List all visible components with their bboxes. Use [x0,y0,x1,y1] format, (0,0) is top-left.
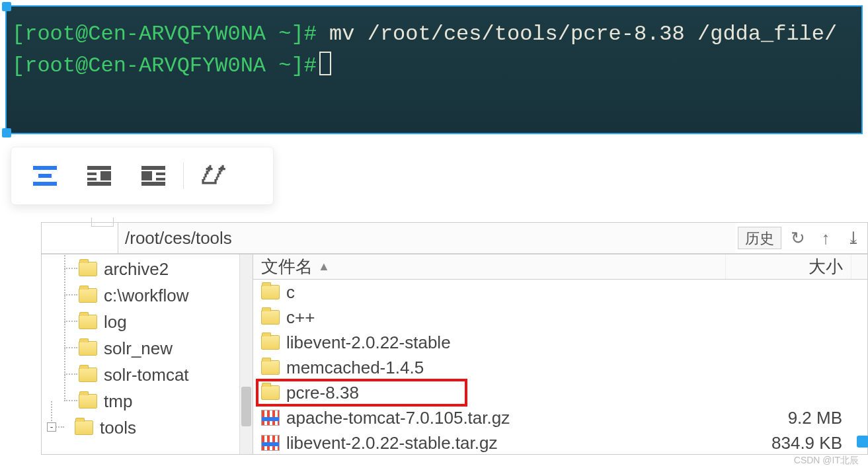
wrap-left-button[interactable] [126,147,180,204]
path-input[interactable] [118,223,735,253]
column-size[interactable]: 大小 [726,254,851,279]
selection-handle-icon[interactable] [857,436,868,448]
folder-icon [261,385,280,400]
command-text: mv /root/ces/tools/pcre-8.38 /gdda_file/ [317,22,837,46]
tree-scrollbar[interactable] [239,254,253,454]
tree-item[interactable]: solr_new [51,335,253,362]
tree-header-stub [42,223,118,253]
expand-icon[interactable]: - [47,422,56,432]
wrap-left-icon [141,166,165,186]
file-name: c++ [286,307,315,328]
tree-item-label: archive2 [104,259,169,280]
file-size: 9.2 MB [726,408,851,428]
download-icon: ⤓ [846,228,861,249]
align-center-button[interactable] [18,147,72,204]
folder-icon [261,335,280,350]
terminal-pane[interactable]: [root@Cen-ARVQFYW0NA ~]# mv /root/ces/to… [5,5,863,134]
tree-item[interactable]: log [51,309,253,335]
tree-item-label: solr-tomcat [104,365,189,385]
tree-item-label: tools [100,418,136,438]
file-name: c [286,282,295,303]
refresh-button[interactable]: ↻ [784,223,812,253]
watermark: CSDN @IT北辰 [794,455,859,467]
image-toolbar: ⌰ [11,147,274,205]
column-extra[interactable] [851,254,867,279]
tree-item-label: tmp [104,391,132,412]
terminal-line: [root@Cen-ARVQFYW0NA ~]# mv /root/ces/to… [12,19,856,50]
scrollbar-thumb[interactable] [241,387,251,426]
file-name: pcre-8.38 [286,383,359,403]
tree-item-label: solr_new [104,338,173,359]
crop-button[interactable]: ⌰ [186,147,241,204]
archive-icon [261,410,280,426]
column-name-label: 文件名 [261,255,313,278]
prompt-text: [root@Cen-ARVQFYW0NA ~]# [12,22,317,46]
column-size-label: 大小 [809,255,843,278]
tree-item-label: log [104,312,127,332]
history-button[interactable]: 历史 [738,227,781,249]
align-center-icon [33,166,57,186]
up-button[interactable]: ↑ [812,223,840,253]
file-row[interactable]: c++ [253,305,867,330]
file-name: apache-tomcat-7.0.105.tar.gz [286,408,510,428]
folder-icon [261,285,280,299]
file-row[interactable]: libevent-2.0.22-stable.tar.gz834.9 KB [253,430,867,454]
file-row[interactable]: apache-tomcat-7.0.105.tar.gz9.2 MB [253,405,867,430]
file-row[interactable]: libevent-2.0.22-stable [253,330,867,355]
folder-icon [79,368,97,382]
folder-tree[interactable]: archive2c:\workflowlogsolr_newsolr-tomca… [42,254,253,454]
archive-icon [261,435,280,451]
file-name: libevent-2.0.22-stable.tar.gz [286,433,497,453]
cursor-icon [319,52,331,75]
folder-icon [79,341,97,356]
selection-handle-icon[interactable] [2,128,11,137]
file-row[interactable]: memcached-1.4.5 [253,355,867,380]
terminal-line: [root@Cen-ARVQFYW0NA ~]# [12,50,856,82]
tree-item[interactable]: -tools [51,414,253,441]
file-name: memcached-1.4.5 [286,358,424,378]
file-row[interactable]: pcre-8.38 [253,380,867,405]
up-arrow-icon: ↑ [822,228,830,249]
folder-icon [79,262,97,276]
crop-icon: ⌰ [202,163,225,189]
file-list: 文件名▲ 大小 cc++libevent-2.0.22-stablememcac… [253,254,867,454]
tree-item[interactable]: tmp [51,388,253,414]
path-bar: 历史 ↻ ↑ ⤓ [42,223,867,254]
tree-item[interactable]: solr-tomcat [51,362,253,388]
refresh-icon: ↻ [791,228,805,249]
folder-icon [75,420,93,435]
selection-handle-icon[interactable] [2,2,11,11]
column-name[interactable]: 文件名▲ [253,254,726,279]
tree-item[interactable]: archive2 [51,256,253,282]
folder-icon [261,310,280,325]
sort-asc-icon: ▲ [318,260,330,274]
file-browser: 历史 ↻ ↑ ⤓ archive2c:\workflowlogsolr_news… [41,222,868,455]
download-button[interactable]: ⤓ [840,223,867,253]
folder-icon [79,288,97,303]
prompt-text: [root@Cen-ARVQFYW0NA ~]# [12,54,317,78]
list-header[interactable]: 文件名▲ 大小 [253,254,867,280]
folder-icon [79,394,97,409]
wrap-right-icon [87,166,111,186]
tree-item-label: c:\workflow [104,286,189,306]
tree-item[interactable]: c:\workflow [51,282,253,309]
file-row[interactable]: c [253,280,867,305]
divider [183,163,184,189]
folder-icon [79,315,97,329]
folder-icon [261,360,280,375]
file-size: 834.9 KB [726,433,851,453]
file-name: libevent-2.0.22-stable [286,332,451,353]
wrap-right-button[interactable] [72,147,126,204]
